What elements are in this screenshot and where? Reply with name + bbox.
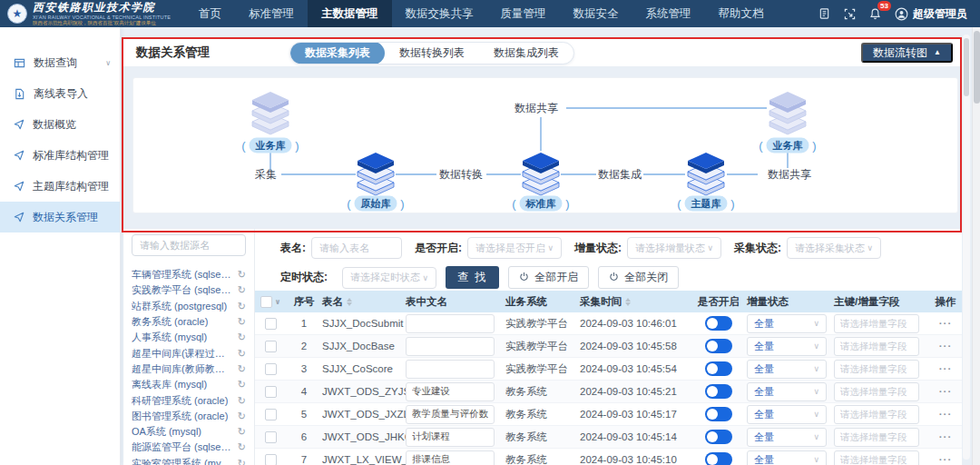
increment-select[interactable]: 全量 ∨ — [747, 314, 827, 333]
datasource-item[interactable]: 能源监管平台 (sqlserver) ↻ — [132, 440, 246, 455]
refresh-icon[interactable]: ↻ — [238, 284, 246, 296]
datasource-item[interactable]: 离线表库 (mysql) ↻ — [132, 377, 246, 392]
increment-field-input[interactable] — [834, 405, 919, 424]
enabled-select[interactable]: 请选择是否开启 ∨ — [467, 237, 562, 259]
row-checkbox[interactable] — [265, 386, 277, 398]
increment-field-input[interactable] — [834, 382, 919, 401]
enabled-toggle[interactable] — [705, 361, 732, 376]
enabled-toggle[interactable] — [705, 452, 732, 465]
nav-item[interactable]: 帮助文档 — [705, 0, 778, 27]
collect-status-select[interactable]: 请选择采集状态 ∨ — [787, 237, 881, 259]
sidebar-item-主题库结构管理[interactable]: 主题库结构管理 — [0, 171, 120, 202]
datasource-item[interactable]: 实践教学平台 (sqlserver) ↻ — [132, 282, 246, 298]
datasource-item[interactable]: 车辆管理系统 (sqlserver) ↻ — [132, 267, 246, 282]
increment-field-input[interactable] — [834, 314, 919, 333]
cn-name-input[interactable] — [406, 360, 495, 379]
enabled-toggle[interactable] — [705, 316, 732, 331]
row-actions-button[interactable]: ··· — [939, 363, 953, 374]
increment-field-input[interactable] — [834, 450, 919, 465]
increment-select[interactable]: 全量 ∨ — [747, 450, 827, 465]
datasource-item[interactable]: 实验室管理系统 (mysql) ↻ — [132, 456, 246, 465]
search-button[interactable]: 查 找 — [446, 266, 499, 289]
datasource-item[interactable]: 人事系统 (mysql) ↻ — [132, 330, 246, 345]
row-checkbox[interactable] — [265, 363, 277, 375]
refresh-icon[interactable]: ↻ — [238, 331, 246, 343]
refresh-icon[interactable]: ↻ — [238, 426, 246, 438]
increment-select[interactable]: 全量 ∨ — [747, 428, 827, 447]
schedule-status-select[interactable]: 请选择定时状态 ∨ — [342, 267, 436, 289]
sidebar-item-数据关系管理[interactable]: 数据关系管理 — [0, 202, 120, 232]
cn-name-input[interactable] — [406, 382, 495, 401]
row-actions-button[interactable]: ··· — [939, 318, 953, 329]
tab[interactable]: 数据集成列表 — [479, 42, 573, 64]
row-actions-button[interactable]: ··· — [939, 431, 953, 442]
row-actions-button[interactable]: ··· — [939, 386, 953, 397]
row-actions-button[interactable]: ··· — [939, 454, 953, 465]
row-actions-button[interactable]: ··· — [939, 341, 953, 351]
increment-select[interactable]: 全量 ∨ — [747, 337, 827, 356]
document-icon[interactable] — [818, 7, 830, 20]
refresh-icon[interactable]: ↻ — [238, 411, 246, 422]
page-scrollbar-thumb[interactable] — [974, 31, 980, 104]
nav-item[interactable]: 数据安全 — [560, 0, 632, 27]
close-all-button[interactable]: 全部关闭 — [598, 266, 679, 289]
sidebar-item-离线表导入[interactable]: 离线表导入 — [0, 78, 120, 109]
cn-name-input[interactable] — [406, 405, 495, 424]
sidebar-item-数据概览[interactable]: 数据概览 — [0, 109, 120, 140]
datasource-item[interactable]: 图书管理系统 (oracle) ↻ — [132, 409, 246, 424]
datasource-item[interactable]: 超星中间库(课程过程及考试... ↻ — [132, 345, 246, 361]
enabled-toggle[interactable] — [705, 407, 732, 421]
cn-name-input[interactable] — [406, 428, 495, 447]
refresh-icon[interactable]: ↻ — [238, 441, 246, 453]
refresh-icon[interactable]: ↻ — [238, 301, 246, 312]
refresh-icon[interactable]: ↻ — [238, 458, 246, 465]
increment-field-input[interactable] — [834, 360, 919, 379]
enabled-toggle[interactable] — [705, 430, 732, 444]
enabled-toggle[interactable] — [705, 339, 732, 353]
refresh-icon[interactable]: ↻ — [238, 379, 246, 391]
increment-field-input[interactable] — [834, 337, 919, 356]
datasource-item[interactable]: 教务系统 (oracle) ↻ — [132, 314, 246, 330]
row-checkbox[interactable] — [265, 341, 277, 352]
row-checkbox[interactable] — [265, 431, 277, 443]
datasource-item[interactable]: 超星中间库(教师教务课程党... ↻ — [132, 361, 246, 377]
datasource-item[interactable]: OA系统 (mysql) ↻ — [132, 424, 246, 440]
refresh-icon[interactable]: ↻ — [238, 269, 246, 281]
refresh-icon[interactable]: ↻ — [238, 363, 246, 375]
increment-status-select[interactable]: 请选择增量状态 ∨ — [627, 237, 721, 259]
enabled-toggle[interactable] — [705, 384, 732, 399]
nav-item[interactable]: 数据交换共享 — [392, 0, 487, 27]
cn-name-input[interactable] — [406, 314, 495, 333]
data-flow-chart-button[interactable]: 数据流转图 ▲ — [861, 43, 953, 63]
increment-select[interactable]: 全量 ∨ — [747, 360, 827, 379]
refresh-icon[interactable]: ↻ — [238, 316, 246, 328]
increment-select[interactable]: 全量 ∨ — [747, 405, 827, 424]
datasource-item[interactable]: 科研管理系统 (oracle) ↻ — [132, 392, 246, 408]
sidebar-item-数据查询[interactable]: 数据查询 ∨ — [0, 47, 120, 78]
datasource-search-input[interactable] — [132, 234, 246, 256]
fullscreen-icon[interactable] — [844, 8, 856, 20]
sidebar-item-标准库结构管理[interactable]: 标准库结构管理 — [0, 140, 120, 171]
tab[interactable]: 数据采集列表 — [290, 42, 385, 64]
nav-item[interactable]: 系统管理 — [632, 0, 705, 27]
nav-item[interactable]: 首页 — [185, 0, 235, 27]
nav-item[interactable]: 标准管理 — [235, 0, 308, 27]
table-scrollbar-thumb[interactable] — [964, 38, 969, 96]
sort-icon[interactable] — [347, 298, 352, 306]
cn-name-input[interactable] — [406, 337, 495, 356]
select-all-checkbox[interactable] — [260, 296, 272, 308]
chevron-down-icon[interactable]: ∨ — [275, 298, 281, 306]
refresh-icon[interactable]: ↻ — [238, 348, 246, 360]
cn-name-input[interactable] — [406, 450, 495, 465]
table-name-input[interactable] — [311, 237, 402, 259]
sort-icon[interactable] — [625, 298, 631, 306]
row-checkbox[interactable] — [265, 318, 277, 330]
increment-select[interactable]: 全量 ∨ — [747, 382, 827, 401]
row-actions-button[interactable]: ··· — [939, 409, 953, 420]
user-menu[interactable]: 超级管理员 — [895, 6, 967, 22]
notifications-bell-icon[interactable]: 53 — [869, 7, 881, 20]
nav-item[interactable]: 主数据管理 — [308, 0, 392, 27]
nav-item[interactable]: 质量管理 — [487, 0, 560, 27]
refresh-icon[interactable]: ↻ — [238, 395, 246, 407]
increment-field-input[interactable] — [834, 428, 919, 447]
